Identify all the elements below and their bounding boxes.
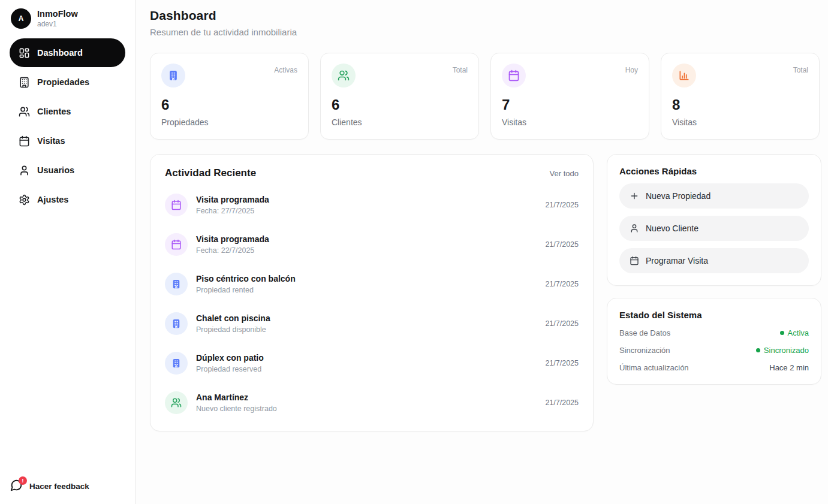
- stat-card-visitas-total: Total 8 Visitas: [661, 53, 820, 140]
- users-icon: [332, 64, 356, 87]
- plus-icon: [630, 191, 639, 201]
- new-property-button[interactable]: Nueva Propiedad: [619, 183, 809, 209]
- system-status-card: Estado del Sistema Base de Datos Activa …: [607, 298, 821, 385]
- stat-badge: Total: [793, 66, 808, 74]
- sidebar-item-label: Dashboard: [37, 48, 83, 58]
- calendar-icon: [165, 194, 188, 216]
- quick-actions-title: Acciones Rápidas: [619, 166, 809, 176]
- sidebar-item-usuarios[interactable]: Usuarios: [10, 156, 125, 185]
- system-status-title: Estado del Sistema: [619, 310, 809, 320]
- stat-card-visitas-hoy: Hoy 7 Visitas: [490, 53, 649, 140]
- stat-card-propiedades: Activas 6 Propiedades: [150, 53, 309, 140]
- dashboard-icon: [19, 47, 30, 59]
- sidebar-item-dashboard[interactable]: Dashboard: [10, 38, 125, 67]
- stat-value: 7: [502, 96, 638, 113]
- new-client-button[interactable]: Nuevo Cliente: [619, 216, 809, 241]
- building-icon: [165, 273, 188, 295]
- status-badge: Sincronizado: [756, 346, 809, 355]
- status-row-last-update: Última actualización Hace 2 min: [619, 363, 809, 372]
- main-content: Dashboard Resumen de tu actividad inmobi…: [136, 0, 828, 504]
- activity-row: Ana Martínez Nuevo cliente registrado 21…: [165, 383, 579, 422]
- activity-item-subtitle: Propiedad disponible: [196, 325, 537, 334]
- message-bubble-icon: !: [10, 479, 24, 493]
- activity-row: Chalet con piscina Propiedad disponible …: [165, 304, 579, 343]
- activity-item-subtitle: Propiedad rented: [196, 286, 537, 294]
- building-icon: [165, 352, 188, 375]
- building-icon: [19, 77, 30, 88]
- stat-badge: Activas: [274, 66, 297, 74]
- sidebar-item-label: Visitas: [37, 136, 65, 146]
- activity-item-date: 21/7/2025: [545, 240, 579, 249]
- stat-badge: Total: [453, 66, 468, 74]
- activity-title: Actividad Reciente: [165, 167, 256, 179]
- status-badge: Activa: [780, 328, 809, 337]
- button-label: Nuevo Cliente: [646, 224, 698, 233]
- sidebar-item-ajustes[interactable]: Ajustes: [10, 185, 125, 214]
- app-root: A InmoFlow adev1 Dashboard Propiedades C…: [0, 0, 828, 504]
- activity-item-date: 21/7/2025: [545, 399, 579, 407]
- activity-item-date: 21/7/2025: [545, 319, 579, 328]
- stat-badge: Hoy: [625, 66, 638, 74]
- green-dot-icon: [756, 348, 760, 352]
- activity-row: Visita programada Fecha: 27/7/2025 21/7/…: [165, 185, 579, 225]
- sidebar-item-visitas[interactable]: Visitas: [10, 126, 125, 155]
- stat-value: 8: [672, 96, 808, 113]
- page-title: Dashboard: [150, 8, 820, 23]
- sidebar-item-label: Propiedades: [37, 77, 89, 87]
- status-row-database: Base de Datos Activa: [619, 328, 809, 337]
- stat-label: Clientes: [332, 117, 468, 127]
- brand-username: adev1: [37, 20, 78, 28]
- activity-row: Visita programada Fecha: 22/7/2025 21/7/…: [165, 225, 579, 264]
- green-dot-icon: [780, 331, 784, 335]
- calendar-icon: [502, 64, 526, 87]
- sidebar: A InmoFlow adev1 Dashboard Propiedades C…: [0, 0, 136, 504]
- calendar-icon: [630, 256, 639, 265]
- view-all-link[interactable]: Ver todo: [550, 169, 579, 178]
- recent-activity-card: Actividad Reciente Ver todo Visita progr…: [150, 154, 594, 431]
- status-row-sync: Sincronización Sincronizado: [619, 346, 809, 355]
- calendar-icon: [19, 135, 30, 147]
- avatar: A: [11, 8, 31, 29]
- activity-item-date: 21/7/2025: [545, 359, 579, 367]
- stat-label: Propiedades: [161, 117, 297, 127]
- stat-label: Visitas: [502, 117, 638, 127]
- status-value: Hace 2 min: [769, 363, 809, 372]
- users-icon: [165, 391, 188, 414]
- activity-row: Piso céntrico con balcón Propiedad rente…: [165, 264, 579, 304]
- sidebar-nav: Dashboard Propiedades Clientes Visitas U…: [10, 38, 125, 214]
- activity-row: Dúplex con patio Propiedad reserved 21/7…: [165, 343, 579, 383]
- button-label: Programar Visita: [646, 256, 708, 265]
- button-label: Nueva Propiedad: [646, 191, 710, 201]
- activity-item-subtitle: Fecha: 22/7/2025: [196, 246, 537, 255]
- status-label: Última actualización: [619, 363, 689, 372]
- activity-item-subtitle: Nuevo cliente registrado: [196, 405, 537, 413]
- sidebar-item-propiedades[interactable]: Propiedades: [10, 68, 125, 96]
- sidebar-item-label: Ajustes: [37, 195, 68, 204]
- schedule-visit-button[interactable]: Programar Visita: [619, 248, 809, 273]
- activity-item-title: Visita programada: [196, 234, 537, 244]
- stat-card-clientes: Total 6 Clientes: [320, 53, 479, 140]
- user-icon: [19, 165, 30, 176]
- stats-row: Activas 6 Propiedades Total 6 Clientes: [150, 53, 820, 140]
- alert-badge: !: [19, 476, 27, 485]
- building-icon: [165, 312, 188, 335]
- feedback-button[interactable]: ! Hacer feedback: [10, 479, 89, 493]
- user-icon: [630, 224, 639, 233]
- activity-item-title: Visita programada: [196, 195, 537, 204]
- right-column: Acciones Rápidas Nueva Propiedad Nuevo C…: [607, 154, 821, 385]
- users-icon: [19, 106, 30, 117]
- page-subtitle: Resumen de tu actividad inmobiliaria: [150, 27, 820, 37]
- feedback-label: Hacer feedback: [29, 482, 89, 491]
- quick-actions-card: Acciones Rápidas Nueva Propiedad Nuevo C…: [607, 154, 821, 286]
- brand-name: InmoFlow: [37, 9, 78, 19]
- status-label: Sincronización: [619, 346, 670, 355]
- activity-item-date: 21/7/2025: [545, 201, 579, 209]
- activity-item-title: Ana Martínez: [196, 393, 537, 402]
- activity-item-title: Chalet con piscina: [196, 313, 537, 323]
- activity-item-subtitle: Fecha: 27/7/2025: [196, 207, 537, 215]
- activity-item-title: Dúplex con patio: [196, 353, 537, 363]
- sidebar-item-clientes[interactable]: Clientes: [10, 97, 125, 126]
- gear-icon: [19, 194, 30, 206]
- building-icon: [161, 64, 185, 87]
- activity-item-date: 21/7/2025: [545, 280, 579, 288]
